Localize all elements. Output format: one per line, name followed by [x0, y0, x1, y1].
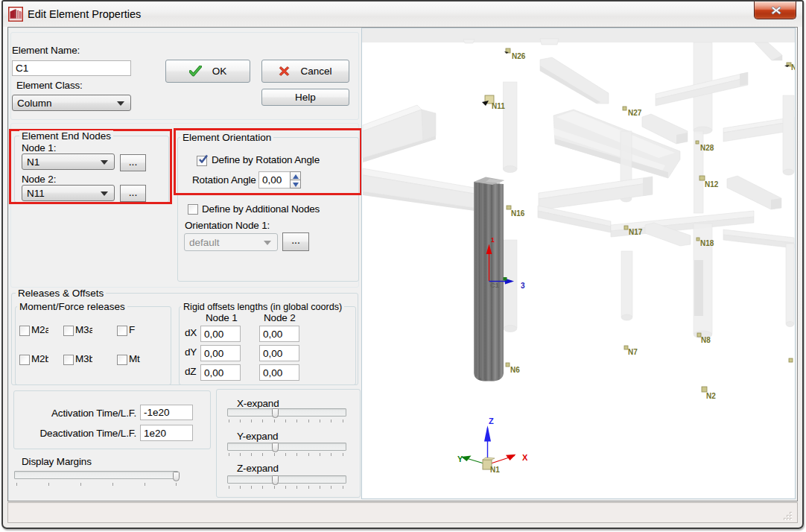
svg-text:N11: N11 — [492, 102, 505, 110]
svg-text:N17: N17 — [629, 228, 643, 236]
svg-text:N26: N26 — [512, 52, 526, 60]
svg-text:3: 3 — [521, 282, 525, 290]
svg-text:Y: Y — [457, 455, 463, 463]
svg-text:N1: N1 — [490, 466, 500, 474]
svg-text:N27: N27 — [628, 109, 642, 117]
svg-text:N2: N2 — [706, 392, 716, 400]
svg-text:N6: N6 — [510, 366, 520, 374]
svg-text:C1: C1 — [490, 281, 500, 289]
svg-text:N7: N7 — [628, 348, 638, 356]
svg-text:N8: N8 — [701, 336, 711, 344]
svg-text:N28: N28 — [700, 144, 714, 152]
svg-text:N12: N12 — [705, 180, 719, 189]
svg-text:N: N — [791, 63, 795, 72]
svg-text:X: X — [522, 453, 528, 462]
svg-text:1: 1 — [491, 236, 495, 244]
svg-text:N18: N18 — [700, 239, 714, 247]
svg-text:N16: N16 — [511, 209, 525, 218]
svg-text:Z: Z — [489, 417, 494, 425]
